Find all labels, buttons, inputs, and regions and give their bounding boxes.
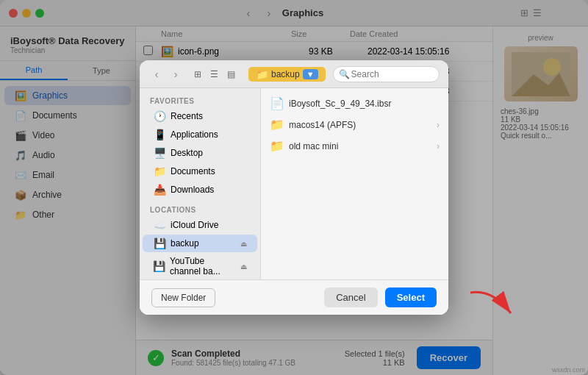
dialog-nav-icloud[interactable]: ☁️ iCloud Drive xyxy=(143,216,257,234)
new-folder-button[interactable]: New Folder xyxy=(151,288,215,307)
desktop-icon: 🖥️ xyxy=(153,147,166,159)
dialog-overlay: ‹ › ⊞ ☰ ▤ 📁 backup ▼ 🔍 Favorites xyxy=(0,0,588,375)
select-button[interactable]: Select xyxy=(385,288,437,307)
dialog-nav-label: Desktop xyxy=(171,148,203,158)
youtube-drive-icon: 💾 xyxy=(153,260,165,272)
search-icon: 🔍 xyxy=(339,69,350,79)
file-doc-icon: 📄 xyxy=(270,96,284,110)
favorites-header: Favorites xyxy=(140,94,260,107)
dialog-nav-downloads[interactable]: 📥 Downloads xyxy=(143,181,257,199)
dialog-nav-buttons: ‹ › xyxy=(148,66,184,82)
applications-icon: 📱 xyxy=(153,129,166,140)
dialog-file-name: macos14 (APFS) xyxy=(289,120,432,130)
dialog-nav-label: iCloud Drive xyxy=(171,220,218,230)
dialog-nav-applications[interactable]: 📱 Applications xyxy=(143,126,257,143)
eject-icon-yt[interactable]: ⏏ xyxy=(240,262,247,271)
dialog-nav-label: Applications xyxy=(171,129,218,140)
dialog-body: Favorites 🕐 Recents 📱 Applications 🖥️ De… xyxy=(140,88,448,279)
save-dialog: ‹ › ⊞ ☰ ▤ 📁 backup ▼ 🔍 Favorites xyxy=(140,60,448,315)
dialog-file-item[interactable]: 📁 macos14 (APFS) › xyxy=(261,114,448,135)
dialog-actions: Cancel Select xyxy=(324,288,437,307)
icloud-icon: ☁️ xyxy=(153,219,166,231)
folder-name: backup xyxy=(271,69,300,79)
folder-badge: 📁 backup ▼ xyxy=(248,67,326,82)
backup-drive-icon: 💾 xyxy=(153,238,166,249)
dialog-nav-recents[interactable]: 🕐 Recents xyxy=(143,107,257,125)
locations-header: Locations xyxy=(140,203,260,215)
dialog-file-item[interactable]: 📁 old mac mini › xyxy=(261,135,448,157)
dialog-list-view-button[interactable]: ☰ xyxy=(207,68,221,81)
cancel-button[interactable]: Cancel xyxy=(324,288,377,307)
dialog-view-buttons: ⊞ ☰ ▤ xyxy=(191,68,238,81)
dialog-forward-button[interactable]: › xyxy=(168,66,184,82)
dialog-back-button[interactable]: ‹ xyxy=(148,66,165,82)
chevron-right-icon-2: › xyxy=(437,141,440,151)
dialog-nav-backup[interactable]: 💾 backup ⏏ xyxy=(143,235,257,252)
dialog-columns-view-button[interactable]: ▤ xyxy=(224,68,238,81)
folder-blue-icon: 📁 xyxy=(270,118,284,132)
chevron-right-icon: › xyxy=(437,120,440,130)
dialog-nav-label: backup xyxy=(171,238,199,249)
dialog-nav-label: Recents xyxy=(171,111,203,121)
folder-dropdown-button[interactable]: ▼ xyxy=(303,69,318,79)
dialog-grid-view-button[interactable]: ⊞ xyxy=(191,68,204,81)
dialog-title-bar: ‹ › ⊞ ☰ ▤ 📁 backup ▼ 🔍 xyxy=(140,60,448,88)
folder-blue-icon-2: 📁 xyxy=(270,139,284,153)
dialog-nav-youtube[interactable]: 💾 YouTube channel ba... ⏏ xyxy=(143,253,257,279)
dialog-file-name: iBoysoft_Sc_9_49_34.ibsr xyxy=(289,99,440,109)
dialog-nav-label: YouTube channel ba... xyxy=(170,256,236,276)
dialog-file-item[interactable]: 📄 iBoysoft_Sc_9_49_34.ibsr xyxy=(261,93,448,114)
downloads-icon: 📥 xyxy=(153,184,166,196)
dialog-file-list: 📄 iBoysoft_Sc_9_49_34.ibsr 📁 macos14 (AP… xyxy=(261,88,448,279)
dialog-nav-documents[interactable]: 📁 Documents xyxy=(143,162,257,180)
dialog-search-wrapper: 🔍 xyxy=(333,66,440,82)
dialog-sidebar: Favorites 🕐 Recents 📱 Applications 🖥️ De… xyxy=(140,88,261,279)
doc-folder-icon: 📁 xyxy=(153,165,166,177)
dialog-file-name: old mac mini xyxy=(289,141,432,151)
eject-icon[interactable]: ⏏ xyxy=(240,240,247,248)
dialog-nav-desktop[interactable]: 🖥️ Desktop xyxy=(143,144,257,162)
dialog-footer: New Folder Cancel Select xyxy=(140,279,448,315)
folder-icon: 📁 xyxy=(256,68,268,80)
arrow-indicator xyxy=(463,285,522,325)
dialog-nav-label: Documents xyxy=(171,166,215,176)
recents-icon: 🕐 xyxy=(153,110,166,122)
dialog-nav-label: Downloads xyxy=(171,185,214,195)
